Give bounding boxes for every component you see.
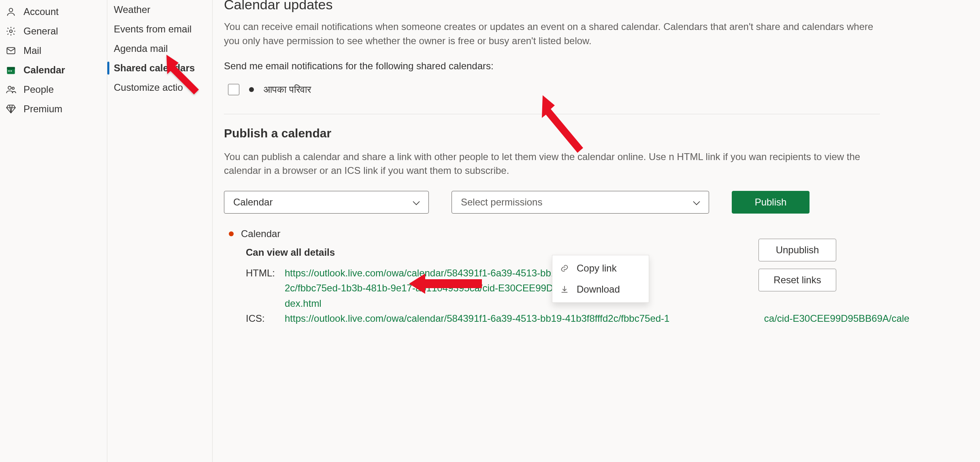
select-permissions-dropdown[interactable]: Select permissions (452, 191, 709, 214)
svg-marker-9 (166, 55, 199, 94)
svg-rect-6 (11, 71, 12, 71)
published-actions: Unpublish Reset links (758, 239, 836, 291)
nav-item-label: Premium (23, 103, 62, 115)
select-calendar-dropdown[interactable]: Calendar (224, 191, 429, 214)
subnav-item-events-from-email[interactable]: Events from email (107, 19, 212, 39)
svg-rect-5 (9, 71, 10, 71)
svg-rect-2 (7, 47, 15, 53)
select-permissions-value: Select permissions (461, 197, 542, 208)
published-calendar-name: Calendar (241, 228, 280, 240)
context-download[interactable]: Download (552, 279, 649, 300)
unpublish-button[interactable]: Unpublish (758, 239, 836, 261)
calendar-updates-title: Calendar updates (224, 0, 980, 13)
person-icon (6, 6, 16, 17)
published-links: HTML: https://outlook.live.com/owa/calen… (246, 265, 734, 326)
select-calendar-value: Calendar (233, 197, 273, 208)
svg-rect-4 (7, 67, 15, 69)
published-permission-text: Can view all details (246, 247, 734, 258)
bullet-icon (249, 87, 254, 92)
subnav-label: Events from email (114, 24, 192, 34)
html-link-row: HTML: https://outlook.live.com/owa/calen… (246, 265, 734, 311)
nav-item-label: Account (23, 6, 59, 17)
svg-marker-11 (409, 274, 482, 294)
subnav-label: Weather (114, 4, 150, 15)
subnav-label: Agenda mail (114, 43, 168, 54)
annotation-arrow-1 (162, 51, 211, 99)
nav-item-mail[interactable]: Mail (0, 41, 107, 60)
people-icon (6, 84, 16, 95)
link-context-menu: Copy link Download (552, 255, 649, 303)
nav-item-calendar[interactable]: Calendar (0, 60, 107, 80)
unpublish-button-label: Unpublish (776, 244, 819, 256)
nav-item-premium[interactable]: Premium (0, 99, 107, 119)
html-link-label: HTML: (246, 265, 279, 311)
shared-calendar-checkbox[interactable] (228, 84, 239, 95)
link-icon (560, 263, 569, 273)
publish-controls-row: Calendar Select permissions Publish (224, 191, 980, 214)
reset-links-button-label: Reset links (773, 274, 821, 286)
mail-icon (6, 45, 16, 56)
chevron-down-icon (412, 197, 420, 208)
shared-calendar-row: आपका परिवार (228, 84, 980, 95)
calendar-updates-description: You can receive email notifications when… (224, 20, 880, 48)
nav-item-general[interactable]: General (0, 21, 107, 41)
calendar-icon (6, 65, 16, 75)
gear-icon (6, 26, 16, 36)
publish-button[interactable]: Publish (732, 191, 810, 214)
publish-title: Publish a calendar (224, 126, 980, 140)
ics-link-url[interactable]: https://outlook.live.com/owa/calendar/58… (285, 311, 609, 326)
download-icon (560, 284, 569, 294)
nav-item-label: Calendar (23, 64, 65, 76)
main-content: Calendar updates You can receive email n… (213, 0, 980, 462)
bullet-icon (229, 231, 234, 236)
shared-calendar-name: आपका परिवार (264, 84, 311, 95)
reset-links-button[interactable]: Reset links (758, 269, 836, 291)
context-download-label: Download (577, 284, 620, 295)
calendar-updates-subhead: Send me email notifications for the foll… (224, 60, 980, 72)
nav-item-account[interactable]: Account (0, 2, 107, 21)
publish-button-label: Publish (755, 197, 787, 208)
svg-point-0 (9, 8, 13, 12)
subnav-item-weather[interactable]: Weather (107, 0, 212, 19)
primary-nav: Account General Mail Calendar People (0, 0, 107, 462)
nav-item-label: Mail (23, 45, 41, 56)
diamond-icon (6, 104, 16, 114)
published-calendar-heading: Calendar (229, 228, 734, 240)
ics-link-label: ICS: (246, 311, 279, 326)
annotation-arrow-2 (535, 95, 591, 160)
chevron-down-icon (692, 197, 701, 208)
ics-link-row: ICS: https://outlook.live.com/owa/calend… (246, 311, 734, 326)
svg-point-8 (12, 87, 14, 89)
nav-item-people[interactable]: People (0, 80, 107, 99)
svg-point-7 (8, 86, 11, 90)
nav-item-label: General (23, 26, 58, 37)
context-copy-link[interactable]: Copy link (552, 258, 649, 279)
context-copy-label: Copy link (577, 263, 617, 274)
svg-marker-10 (542, 95, 583, 153)
svg-point-1 (10, 30, 13, 33)
annotation-arrow-3 (409, 270, 482, 298)
nav-item-label: People (23, 84, 54, 95)
